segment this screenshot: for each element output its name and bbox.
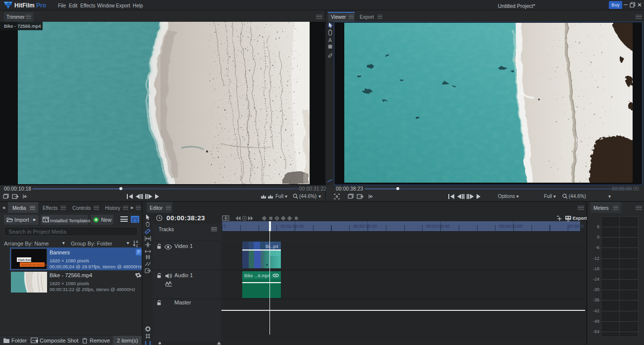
svg-text:A: A xyxy=(328,37,332,43)
svg-text:Z: Z xyxy=(136,244,138,247)
svg-text:Bike ...6.mp4: Bike ...6.mp4 xyxy=(244,273,270,278)
svg-text:A: A xyxy=(136,240,139,244)
svg-text:Bi...p4: Bi...p4 xyxy=(266,244,278,249)
